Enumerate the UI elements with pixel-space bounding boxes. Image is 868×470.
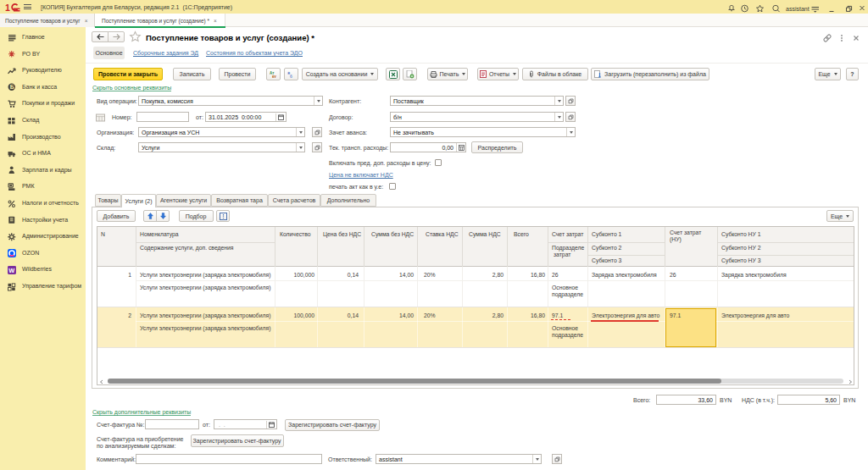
svg-text:ку: ку [272,75,276,78]
svg-text:1: 1 [5,3,10,12]
svg-text:assistant: assistant [786,5,810,11]
svg-text:Б: Б [10,84,14,90]
svg-text:б: б [290,74,292,78]
svg-text:W: W [8,267,14,274]
